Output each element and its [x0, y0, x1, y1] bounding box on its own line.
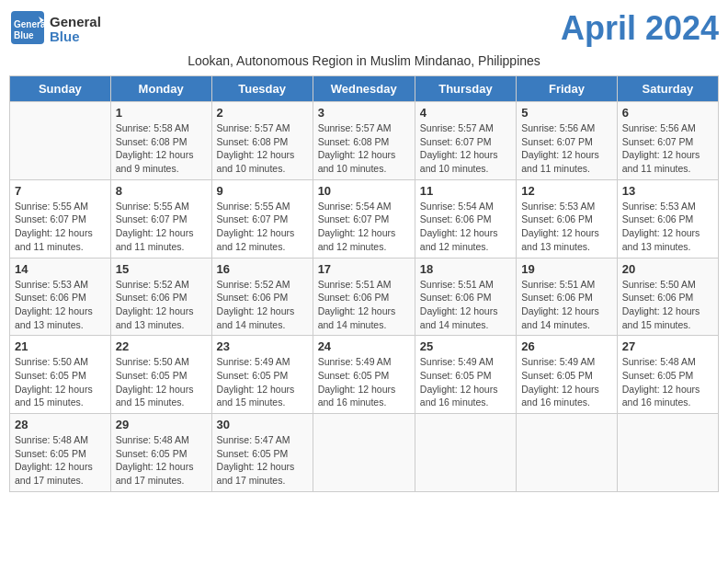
day-info: Sunrise: 5:48 AMSunset: 6:05 PMDaylight:…: [622, 355, 713, 409]
calendar-cell: 18Sunrise: 5:51 AMSunset: 6:06 PMDayligh…: [415, 258, 516, 336]
day-number: 12: [521, 184, 612, 198]
day-number: 25: [420, 339, 511, 353]
day-info: Sunrise: 5:52 AMSunset: 6:06 PMDaylight:…: [217, 278, 308, 332]
calendar-cell: 19Sunrise: 5:51 AMSunset: 6:06 PMDayligh…: [517, 258, 618, 336]
day-number: 30: [217, 418, 308, 431]
day-number: 6: [622, 106, 713, 120]
svg-text:Blue: Blue: [14, 30, 34, 40]
day-of-week-header: Tuesday: [211, 76, 313, 102]
day-info: Sunrise: 5:50 AMSunset: 6:06 PMDaylight:…: [622, 278, 713, 332]
page-header: General Blue General Blue April 2024: [9, 9, 719, 50]
day-number: 18: [420, 262, 511, 276]
calendar-cell: 17Sunrise: 5:51 AMSunset: 6:06 PMDayligh…: [313, 258, 415, 336]
calendar-cell: 3Sunrise: 5:57 AMSunset: 6:08 PMDaylight…: [313, 102, 415, 180]
day-number: 16: [217, 262, 308, 276]
day-info: Sunrise: 5:52 AMSunset: 6:06 PMDaylight:…: [116, 278, 207, 332]
calendar-cell: 11Sunrise: 5:54 AMSunset: 6:06 PMDayligh…: [415, 179, 516, 258]
day-info: Sunrise: 5:47 AMSunset: 6:05 PMDaylight:…: [217, 433, 308, 488]
calendar-week-row: 7Sunrise: 5:55 AMSunset: 6:07 PMDaylight…: [10, 179, 719, 258]
day-info: Sunrise: 5:56 AMSunset: 6:07 PMDaylight:…: [521, 121, 612, 176]
day-info: Sunrise: 5:48 AMSunset: 6:05 PMDaylight:…: [15, 433, 106, 488]
calendar-cell: 7Sunrise: 5:55 AMSunset: 6:07 PMDaylight…: [10, 179, 111, 258]
day-of-week-header: Saturday: [617, 76, 718, 102]
calendar-cell: 21Sunrise: 5:50 AMSunset: 6:05 PMDayligh…: [10, 336, 111, 414]
day-info: Sunrise: 5:51 AMSunset: 6:06 PMDaylight:…: [521, 278, 612, 332]
calendar-cell: 8Sunrise: 5:55 AMSunset: 6:07 PMDaylight…: [110, 179, 211, 258]
day-info: Sunrise: 5:57 AMSunset: 6:08 PMDaylight:…: [217, 121, 308, 176]
day-number: 13: [622, 184, 713, 198]
calendar-week-row: 21Sunrise: 5:50 AMSunset: 6:05 PMDayligh…: [10, 336, 719, 414]
calendar-week-row: 1Sunrise: 5:58 AMSunset: 6:08 PMDaylight…: [10, 102, 719, 180]
calendar-cell: [517, 414, 618, 492]
day-number: 5: [521, 106, 612, 120]
day-number: 8: [116, 184, 207, 198]
day-of-week-header: Sunday: [10, 76, 111, 102]
logo-icon: General Blue: [9, 9, 46, 50]
day-number: 9: [217, 184, 308, 198]
day-info: Sunrise: 5:58 AMSunset: 6:08 PMDaylight:…: [116, 121, 207, 176]
day-info: Sunrise: 5:53 AMSunset: 6:06 PMDaylight:…: [521, 200, 612, 254]
day-number: 23: [217, 339, 308, 353]
day-number: 14: [15, 262, 106, 276]
calendar-cell: 22Sunrise: 5:50 AMSunset: 6:05 PMDayligh…: [110, 336, 211, 414]
page-subtitle: Lookan, Autonomous Region in Muslim Mind…: [9, 53, 719, 68]
day-number: 28: [15, 418, 106, 431]
day-of-week-header: Thursday: [415, 76, 516, 102]
calendar-cell: 20Sunrise: 5:50 AMSunset: 6:06 PMDayligh…: [617, 258, 718, 336]
day-info: Sunrise: 5:49 AMSunset: 6:05 PMDaylight:…: [521, 355, 612, 409]
day-number: 20: [622, 262, 713, 276]
day-info: Sunrise: 5:54 AMSunset: 6:06 PMDaylight:…: [420, 200, 511, 254]
day-info: Sunrise: 5:51 AMSunset: 6:06 PMDaylight:…: [318, 278, 410, 332]
day-number: 19: [521, 262, 612, 276]
calendar-cell: 4Sunrise: 5:57 AMSunset: 6:07 PMDaylight…: [415, 102, 516, 180]
day-info: Sunrise: 5:50 AMSunset: 6:05 PMDaylight:…: [15, 355, 106, 409]
day-info: Sunrise: 5:49 AMSunset: 6:05 PMDaylight:…: [318, 355, 410, 409]
calendar-cell: 6Sunrise: 5:56 AMSunset: 6:07 PMDaylight…: [617, 102, 718, 180]
day-number: 24: [318, 339, 410, 353]
calendar-cell: [415, 414, 516, 492]
day-of-week-header: Friday: [517, 76, 618, 102]
day-number: 22: [116, 339, 207, 353]
day-number: 3: [318, 106, 410, 120]
calendar-header-row: SundayMondayTuesdayWednesdayThursdayFrid…: [10, 76, 719, 102]
day-info: Sunrise: 5:49 AMSunset: 6:05 PMDaylight:…: [217, 355, 308, 409]
calendar-cell: 29Sunrise: 5:48 AMSunset: 6:05 PMDayligh…: [110, 414, 211, 492]
calendar-cell: 30Sunrise: 5:47 AMSunset: 6:05 PMDayligh…: [211, 414, 313, 492]
calendar-cell: [617, 414, 718, 492]
calendar-cell: 24Sunrise: 5:49 AMSunset: 6:05 PMDayligh…: [313, 336, 415, 414]
day-number: 15: [116, 262, 207, 276]
day-number: 26: [521, 339, 612, 353]
day-number: 1: [116, 106, 207, 120]
day-info: Sunrise: 5:55 AMSunset: 6:07 PMDaylight:…: [15, 200, 106, 254]
calendar-cell: 15Sunrise: 5:52 AMSunset: 6:06 PMDayligh…: [110, 258, 211, 336]
day-number: 7: [15, 184, 106, 198]
calendar-cell: 2Sunrise: 5:57 AMSunset: 6:08 PMDaylight…: [211, 102, 313, 180]
calendar-cell: 1Sunrise: 5:58 AMSunset: 6:08 PMDaylight…: [110, 102, 211, 180]
logo-general-text: General: [50, 15, 101, 30]
day-info: Sunrise: 5:53 AMSunset: 6:06 PMDaylight:…: [622, 200, 713, 254]
month-title: April 2024: [561, 9, 719, 48]
day-number: 10: [318, 184, 410, 198]
day-info: Sunrise: 5:48 AMSunset: 6:05 PMDaylight:…: [116, 433, 207, 488]
day-info: Sunrise: 5:55 AMSunset: 6:07 PMDaylight:…: [217, 200, 308, 254]
calendar-cell: 27Sunrise: 5:48 AMSunset: 6:05 PMDayligh…: [617, 336, 718, 414]
day-info: Sunrise: 5:55 AMSunset: 6:07 PMDaylight:…: [116, 200, 207, 254]
day-number: 2: [217, 106, 308, 120]
day-info: Sunrise: 5:56 AMSunset: 6:07 PMDaylight:…: [622, 121, 713, 176]
calendar-cell: 5Sunrise: 5:56 AMSunset: 6:07 PMDaylight…: [517, 102, 618, 180]
calendar-cell: 28Sunrise: 5:48 AMSunset: 6:05 PMDayligh…: [10, 414, 111, 492]
calendar-cell: 10Sunrise: 5:54 AMSunset: 6:07 PMDayligh…: [313, 179, 415, 258]
calendar-cell: 26Sunrise: 5:49 AMSunset: 6:05 PMDayligh…: [517, 336, 618, 414]
calendar-table: SundayMondayTuesdayWednesdayThursdayFrid…: [9, 75, 719, 492]
logo: General Blue General Blue: [9, 9, 101, 50]
day-info: Sunrise: 5:50 AMSunset: 6:05 PMDaylight:…: [116, 355, 207, 409]
calendar-cell: [10, 102, 111, 180]
calendar-cell: 9Sunrise: 5:55 AMSunset: 6:07 PMDaylight…: [211, 179, 313, 258]
calendar-cell: 12Sunrise: 5:53 AMSunset: 6:06 PMDayligh…: [517, 179, 618, 258]
day-number: 11: [420, 184, 511, 198]
day-number: 21: [15, 339, 106, 353]
day-info: Sunrise: 5:54 AMSunset: 6:07 PMDaylight:…: [318, 200, 410, 254]
day-info: Sunrise: 5:53 AMSunset: 6:06 PMDaylight:…: [15, 278, 106, 332]
calendar-cell: 25Sunrise: 5:49 AMSunset: 6:05 PMDayligh…: [415, 336, 516, 414]
day-number: 29: [116, 418, 207, 431]
